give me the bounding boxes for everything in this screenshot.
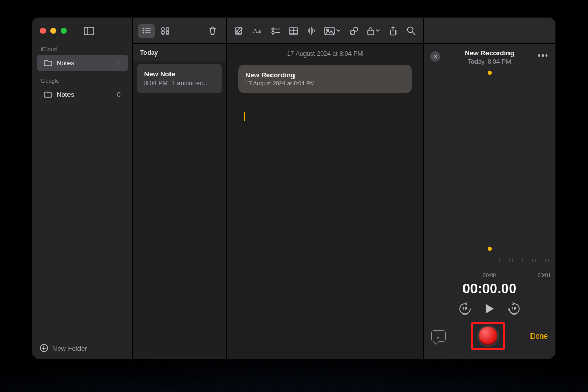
traffic-lights bbox=[40, 28, 67, 34]
svg-point-7 bbox=[142, 32, 144, 33]
sidebar-folder-google-notes[interactable]: Notes 0 bbox=[37, 86, 128, 102]
recording-panel: ✕ New Recording Today, 8:04 PM ••• 00:00… bbox=[424, 18, 555, 359]
ruler-label-start: 00:00 bbox=[483, 273, 496, 278]
grid-icon bbox=[161, 27, 169, 35]
window-titlebar bbox=[32, 18, 132, 44]
list-view-button[interactable] bbox=[138, 24, 155, 38]
svg-point-5 bbox=[142, 28, 144, 29]
lock-note-button[interactable] bbox=[364, 24, 383, 38]
svg-rect-11 bbox=[162, 28, 164, 30]
list-icon bbox=[142, 27, 151, 35]
close-recording-button[interactable]: ✕ bbox=[430, 51, 440, 62]
note-preview: 1 audio rec… bbox=[172, 80, 209, 87]
record-button-highlight bbox=[471, 322, 505, 350]
search-button[interactable] bbox=[402, 24, 419, 38]
notes-window: iCloud Notes 1 Google Notes 0 New Folder bbox=[32, 18, 555, 359]
format-text-button[interactable]: Aa bbox=[250, 24, 266, 38]
minimize-window-button[interactable] bbox=[50, 28, 56, 34]
recording-more-button[interactable]: ••• bbox=[538, 51, 549, 60]
svg-rect-14 bbox=[166, 31, 169, 34]
compose-note-button[interactable] bbox=[231, 24, 247, 38]
folder-icon bbox=[44, 91, 52, 98]
share-icon bbox=[389, 26, 397, 36]
link-note-button[interactable] bbox=[346, 24, 363, 38]
photo-icon bbox=[324, 27, 340, 35]
recording-bottom-row: „ Done bbox=[424, 322, 555, 359]
search-icon bbox=[406, 26, 415, 35]
svg-point-19 bbox=[272, 31, 274, 34]
svg-point-6 bbox=[142, 30, 144, 31]
quote-icon: „ bbox=[432, 331, 445, 341]
transcript-button[interactable]: „ bbox=[431, 330, 446, 342]
svg-rect-0 bbox=[84, 27, 94, 35]
share-button[interactable] bbox=[385, 24, 401, 38]
sidebar-icon bbox=[84, 27, 94, 35]
done-button[interactable]: Done bbox=[530, 332, 548, 340]
waveform-area[interactable]: 00:00 00:01 bbox=[424, 69, 555, 273]
checklist-icon bbox=[271, 27, 280, 35]
sidebar-section-label: iCloud bbox=[32, 44, 132, 54]
recording-subtitle: Today, 8:04 PM bbox=[430, 58, 549, 65]
checklist-button[interactable] bbox=[267, 24, 284, 38]
text-format-icon: Aa bbox=[253, 27, 263, 35]
svg-point-32 bbox=[354, 27, 358, 31]
note-title: New Note bbox=[144, 70, 214, 78]
folder-count: 0 bbox=[117, 91, 121, 98]
editor-toolbar: Aa bbox=[227, 18, 423, 44]
recording-chip-subtitle: 17 August 2024 at 8:04 PM bbox=[245, 80, 404, 86]
close-icon: ✕ bbox=[433, 53, 438, 60]
text-cursor bbox=[244, 112, 245, 121]
sidebar-section-label: Google bbox=[32, 75, 132, 86]
note-list-item[interactable]: New Note 8:04 PM 1 audio rec… bbox=[137, 64, 222, 93]
note-time: 8:04 PM bbox=[144, 80, 168, 87]
table-icon bbox=[289, 27, 298, 35]
gallery-view-button[interactable] bbox=[157, 24, 174, 38]
table-button[interactable] bbox=[285, 24, 302, 38]
new-folder-button[interactable]: New Folder bbox=[32, 338, 132, 359]
note-editor: Aa bbox=[227, 18, 424, 359]
ruler-label-next: 00:01 bbox=[538, 273, 551, 278]
media-button[interactable] bbox=[321, 24, 344, 38]
recording-attachment-chip[interactable]: New Recording 17 August 2024 at 8:04 PM bbox=[238, 65, 412, 93]
recording-toolbar-spacer bbox=[424, 18, 555, 44]
fullscreen-window-button[interactable] bbox=[61, 28, 67, 34]
note-date: 17 August 2024 at 8:04 PM bbox=[227, 44, 423, 62]
plus-circle-icon bbox=[40, 344, 48, 352]
delete-note-button[interactable] bbox=[204, 24, 221, 38]
timecode: 00:00.00 bbox=[462, 281, 516, 297]
recording-chip-title: New Recording bbox=[245, 71, 404, 79]
svg-text:Aa: Aa bbox=[253, 27, 261, 35]
waveform-icon bbox=[307, 27, 315, 35]
svg-line-35 bbox=[412, 32, 414, 34]
folder-name: Notes bbox=[56, 59, 74, 67]
skip-forward-button[interactable]: 15 bbox=[507, 302, 521, 316]
time-ruler bbox=[424, 256, 555, 262]
playhead[interactable] bbox=[490, 73, 490, 249]
new-folder-label: New Folder bbox=[52, 344, 87, 352]
notes-section-header: Today bbox=[133, 44, 226, 61]
svg-rect-12 bbox=[166, 28, 169, 30]
record-button[interactable] bbox=[479, 327, 497, 345]
lock-icon bbox=[367, 27, 380, 35]
svg-rect-13 bbox=[162, 31, 164, 34]
recording-title: New Recording bbox=[430, 49, 549, 57]
transport-controls: 00:00.00 15 15 bbox=[424, 273, 555, 322]
close-window-button[interactable] bbox=[40, 28, 46, 34]
svg-rect-15 bbox=[235, 28, 242, 34]
svg-rect-33 bbox=[368, 30, 374, 35]
svg-point-30 bbox=[327, 29, 329, 30]
trash-icon bbox=[209, 26, 217, 35]
notes-list-column: Today New Note 8:04 PM 1 audio rec… bbox=[133, 18, 227, 359]
skip-back-button[interactable]: 15 bbox=[458, 302, 472, 316]
audio-button[interactable] bbox=[303, 24, 320, 38]
play-button[interactable] bbox=[484, 303, 495, 315]
folder-icon bbox=[44, 60, 52, 66]
folder-name: Notes bbox=[56, 91, 74, 98]
play-icon bbox=[484, 303, 495, 315]
recording-header: ✕ New Recording Today, 8:04 PM ••• bbox=[424, 44, 555, 69]
more-icon: ••• bbox=[538, 51, 549, 60]
compose-icon bbox=[234, 26, 244, 36]
notes-list-toolbar bbox=[133, 18, 226, 44]
toggle-sidebar-button[interactable] bbox=[81, 24, 97, 38]
sidebar-folder-icloud-notes[interactable]: Notes 1 bbox=[37, 55, 128, 71]
